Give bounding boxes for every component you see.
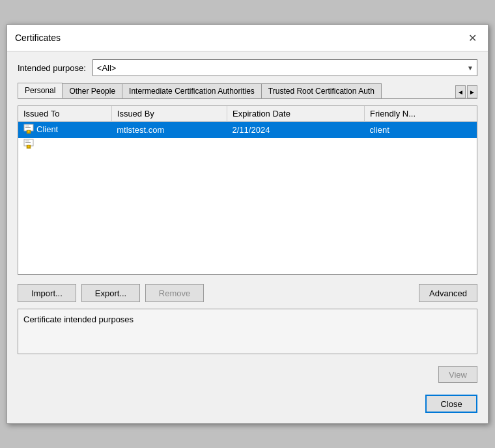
table-row-icon-only[interactable] xyxy=(18,138,477,154)
svg-rect-1 xyxy=(25,126,29,126)
dialog-title: Certificates xyxy=(15,33,61,43)
certificate-icon-2 xyxy=(23,139,34,149)
cell-friendly: client xyxy=(364,122,477,139)
col-friendly: Friendly N... xyxy=(364,106,477,122)
view-button[interactable]: View xyxy=(438,366,477,383)
tab-next-button[interactable]: ► xyxy=(467,85,477,98)
tab-intermediate-ca[interactable]: Intermediate Certification Authorities xyxy=(122,83,262,98)
certificates-dialog: Certificates ✕ Intended purpose: <All> P… xyxy=(7,24,488,424)
dialog-body: Intended purpose: <All> Personal Other P… xyxy=(7,51,488,423)
tab-personal[interactable]: Personal xyxy=(18,83,63,98)
cert-row-icon: Client xyxy=(23,124,58,134)
purpose-select[interactable]: <All> xyxy=(92,59,477,76)
svg-rect-2 xyxy=(25,127,31,128)
tab-other-people[interactable]: Other People xyxy=(62,83,122,98)
purpose-row: Intended purpose: <All> xyxy=(18,59,477,76)
tab-trusted-root[interactable]: Trusted Root Certification Auth xyxy=(261,83,382,98)
advanced-button[interactable]: Advanced xyxy=(419,284,477,302)
close-dialog-button[interactable]: Close xyxy=(425,395,477,413)
action-button-row: Import... Export... Remove Advanced xyxy=(18,284,477,302)
tab-nav: ◄ ► xyxy=(455,85,477,98)
certificate-icon xyxy=(23,124,34,134)
cell-issued-by: mtlstest.com xyxy=(111,122,227,139)
svg-rect-7 xyxy=(25,142,31,143)
col-expiration: Expiration Date xyxy=(227,106,365,122)
table-row[interactable]: Client mtlstest.com 2/11/2024 client xyxy=(18,122,477,139)
cell-expiration: 2/11/2024 xyxy=(227,122,365,139)
intended-purposes-label: Certificate intended purposes xyxy=(23,315,472,324)
tab-prev-button[interactable]: ◄ xyxy=(455,85,466,98)
svg-point-9 xyxy=(27,145,30,148)
svg-point-4 xyxy=(27,130,30,133)
close-icon[interactable]: ✕ xyxy=(464,30,480,46)
purpose-select-wrapper: <All> xyxy=(92,59,477,76)
close-row: Close xyxy=(18,389,477,415)
cert-name: Client xyxy=(36,124,58,134)
title-bar: Certificates ✕ xyxy=(7,25,488,51)
intended-purposes-section: Certificate intended purposes xyxy=(18,309,477,354)
cell-issued-to: Client xyxy=(18,122,111,139)
col-issued-to: Issued To xyxy=(18,106,111,122)
remove-button[interactable]: Remove xyxy=(145,284,204,302)
cert-table-container: Issued To Issued By Expiration Date Frie… xyxy=(18,105,477,275)
table-header-row: Issued To Issued By Expiration Date Frie… xyxy=(18,106,477,122)
export-button[interactable]: Export... xyxy=(81,284,140,302)
col-issued-by: Issued By xyxy=(111,106,227,122)
import-button[interactable]: Import... xyxy=(18,284,76,302)
cert-table: Issued To Issued By Expiration Date Frie… xyxy=(18,106,477,154)
purpose-label: Intended purpose: xyxy=(18,63,86,73)
cell-icon-only xyxy=(18,138,477,154)
svg-rect-6 xyxy=(25,141,29,141)
view-row: View xyxy=(18,366,477,383)
tabs-row: Personal Other People Intermediate Certi… xyxy=(18,83,477,99)
